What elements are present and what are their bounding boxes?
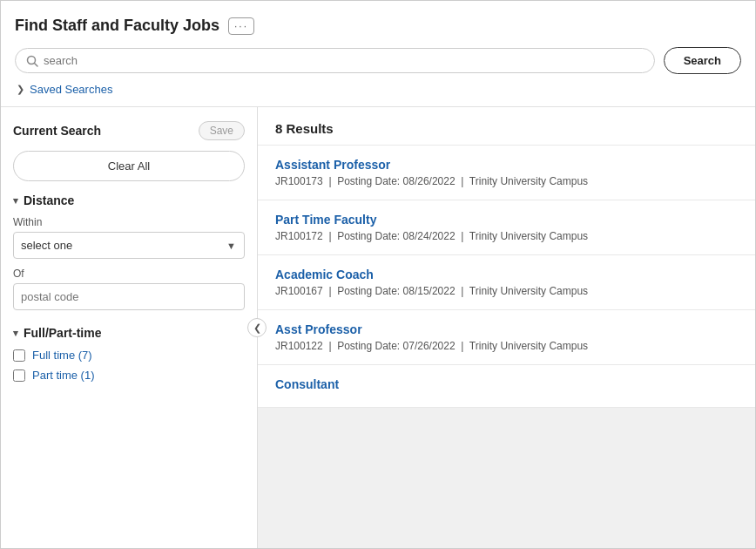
result-item-1[interactable]: Assistant Professor JR100173 | Posting D… <box>258 146 755 200</box>
page-title: Find Staff and Faculty Jobs <box>15 17 219 35</box>
results-panel: 8 Results Assistant Professor JR100173 |… <box>258 107 755 408</box>
postal-code-input[interactable] <box>13 283 245 310</box>
saved-searches-label: Saved Searches <box>30 83 112 96</box>
page-header: Find Staff and Faculty Jobs ··· Search ❯… <box>1 1 755 107</box>
result-item-5[interactable]: Consultant <box>258 365 755 408</box>
full-time-label: Full time (7) <box>32 349 92 362</box>
of-label: Of <box>13 268 245 280</box>
result-meta-1: JR100173 | Posting Date: 08/26/2022 | Tr… <box>275 175 738 187</box>
saved-searches-toggle[interactable]: ❯ Saved Searches <box>15 83 741 96</box>
full-part-section: ▾ Full/Part-time Full time (7) Part time… <box>13 326 245 382</box>
within-label: Within <box>13 216 245 228</box>
result-title-5: Consultant <box>275 377 738 391</box>
full-time-checkbox[interactable] <box>13 349 25 362</box>
svg-line-1 <box>35 63 38 66</box>
result-meta-2: JR100172 | Posting Date: 08/24/2022 | Tr… <box>275 230 738 242</box>
distance-select-wrapper: select one Within 5 miles Within 10 mile… <box>13 232 245 259</box>
results-wrapper: ❮ 8 Results Assistant Professor JR100173… <box>258 107 755 548</box>
search-input[interactable] <box>44 54 644 67</box>
chevron-down-icon-2: ▾ <box>13 328 18 339</box>
sidebar: Current Search Save Clear All ▾ Distance… <box>1 107 258 548</box>
result-item-2[interactable]: Part Time Faculty JR100172 | Posting Dat… <box>258 200 755 255</box>
part-time-label: Part time (1) <box>32 369 95 382</box>
part-time-checkbox[interactable] <box>13 369 25 382</box>
result-item-4[interactable]: Asst Professor JR100122 | Posting Date: … <box>258 310 755 365</box>
search-icon <box>26 55 38 67</box>
full-time-row: Full time (7) <box>13 349 245 362</box>
result-title-4: Asst Professor <box>275 322 738 336</box>
distance-section-header[interactable]: ▾ Distance <box>13 193 245 207</box>
search-input-wrapper <box>15 48 655 73</box>
chevron-down-icon: ▾ <box>13 195 18 207</box>
search-button[interactable]: Search <box>664 47 741 74</box>
full-part-label: Full/Part-time <box>24 326 101 340</box>
current-search-header: Current Search Save <box>13 121 245 140</box>
current-search-label: Current Search <box>13 124 101 138</box>
chevron-right-icon: ❯ <box>17 84 24 95</box>
ellipsis-button[interactable]: ··· <box>228 17 254 35</box>
result-title-1: Assistant Professor <box>275 158 738 172</box>
result-title-3: Academic Coach <box>275 268 738 281</box>
main-body: Current Search Save Clear All ▾ Distance… <box>1 107 755 548</box>
result-meta-3: JR100167 | Posting Date: 08/15/2022 | Tr… <box>275 285 738 297</box>
result-title-2: Part Time Faculty <box>275 213 738 227</box>
full-part-header[interactable]: ▾ Full/Part-time <box>13 326 245 340</box>
result-item-3[interactable]: Academic Coach JR100167 | Posting Date: … <box>258 255 755 310</box>
collapse-handle[interactable]: ❮ <box>247 318 267 337</box>
distance-select[interactable]: select one Within 5 miles Within 10 mile… <box>13 232 245 259</box>
result-meta-4: JR100122 | Posting Date: 07/26/2022 | Tr… <box>275 340 738 352</box>
results-count: 8 Results <box>258 107 755 146</box>
distance-label: Distance <box>24 193 74 207</box>
search-area: Search <box>15 47 741 74</box>
save-button[interactable]: Save <box>199 121 245 140</box>
clear-all-button[interactable]: Clear All <box>13 151 245 181</box>
part-time-row: Part time (1) <box>13 369 245 382</box>
